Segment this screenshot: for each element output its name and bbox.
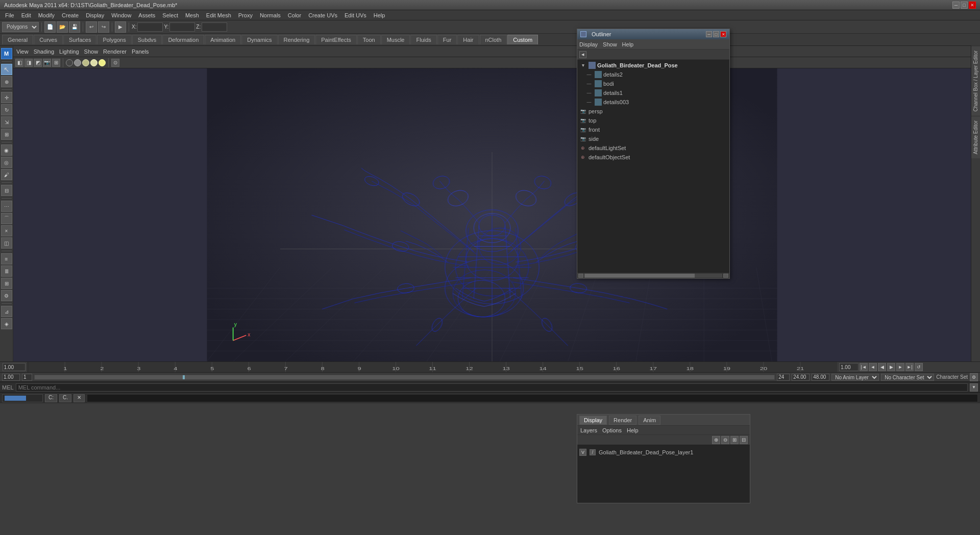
select-tool-btn[interactable]: ↖: [1, 64, 12, 75]
mel-input[interactable]: [16, 383, 968, 392]
root-expand-icon[interactable]: ▾: [579, 62, 586, 69]
current-frame-input[interactable]: [3, 363, 26, 371]
timeline-scrubber[interactable]: [34, 375, 775, 380]
vp-menu-view[interactable]: View: [16, 48, 29, 55]
outliner-item-defaultlightset[interactable]: ⊕ defaultLightSet: [577, 143, 729, 153]
shading-ball-5[interactable]: [99, 59, 106, 66]
attribute-editor-tab[interactable]: Attribute Editor: [971, 116, 980, 158]
tool-settings-btn[interactable]: ⚙: [1, 290, 12, 301]
render-btn[interactable]: ▶: [115, 21, 126, 33]
play-fwd-btn[interactable]: ▶: [887, 363, 895, 371]
menu-edit-uvs[interactable]: Edit UVs: [341, 12, 370, 19]
layer-menu-help[interactable]: Help: [627, 427, 639, 433]
status-btn-1[interactable]: C:: [45, 394, 57, 402]
close-button[interactable]: ✕: [969, 2, 976, 9]
maya-logo-btn[interactable]: M: [1, 48, 12, 59]
scale-tool-btn[interactable]: ⇲: [1, 116, 12, 128]
maximize-button[interactable]: □: [961, 2, 968, 9]
outliner-maximize-btn[interactable]: □: [713, 31, 719, 37]
layer-tab-render[interactable]: Render: [609, 416, 636, 425]
outliner-item-persp[interactable]: 📷 persp: [577, 107, 729, 116]
range-start-2[interactable]: [22, 374, 32, 381]
new-scene-btn[interactable]: 📄: [44, 21, 56, 33]
snap-point-btn[interactable]: ×: [1, 225, 12, 236]
tab-general[interactable]: General: [2, 35, 33, 44]
tab-curves[interactable]: Curves: [34, 35, 63, 44]
tab-hair[interactable]: Hair: [457, 35, 479, 44]
vp-menu-show[interactable]: Show: [84, 48, 99, 55]
outliner-item-defaultobjectset[interactable]: ⊕ defaultObjectSet: [577, 153, 729, 162]
go-end-btn[interactable]: ►|: [905, 363, 914, 371]
move-tool-btn[interactable]: ✛: [1, 92, 12, 103]
menu-edit-mesh[interactable]: Edit Mesh: [203, 12, 234, 19]
menu-mesh[interactable]: Mesh: [182, 12, 202, 19]
outliner-item-side[interactable]: 📷 side: [577, 134, 729, 143]
menu-create-uvs[interactable]: Create UVs: [305, 12, 340, 19]
outliner-content[interactable]: ▾ Goliath_Birdeater_Dead_Pose — details2…: [577, 60, 729, 272]
vp-menu-renderer[interactable]: Renderer: [103, 48, 127, 55]
shading-ball-2[interactable]: [74, 59, 81, 66]
y-input[interactable]: [169, 22, 195, 32]
vp-tb-3[interactable]: ◩: [34, 59, 42, 67]
shading-ball-4[interactable]: [90, 59, 97, 66]
shading-ball-3[interactable]: [82, 59, 89, 66]
outliner-root-item[interactable]: ▾ Goliath_Birdeater_Dead_Pose: [577, 61, 729, 70]
channel-box-btn[interactable]: ≣: [1, 265, 12, 277]
tab-painteffects[interactable]: PaintEffects: [315, 35, 357, 44]
soft-mod-btn[interactable]: ◉: [1, 144, 12, 156]
menu-assets[interactable]: Assets: [135, 12, 158, 19]
tab-fur[interactable]: Fur: [437, 35, 457, 44]
rotate-tool-btn[interactable]: ↻: [1, 104, 12, 115]
menu-help[interactable]: Help: [371, 12, 388, 19]
layer-tab-anim[interactable]: Anim: [639, 416, 660, 425]
layer-v-btn[interactable]: V: [579, 449, 586, 456]
vp-tb-cam[interactable]: 📷: [43, 59, 51, 67]
tab-toon[interactable]: Toon: [357, 35, 381, 44]
anim-layer-dropdown[interactable]: No Anim Layer: [831, 374, 879, 381]
outliner-item-bodi[interactable]: — bodi: [577, 79, 729, 88]
layer-tb-2[interactable]: ⊖: [721, 436, 729, 444]
layer-line-btn[interactable]: /: [590, 449, 596, 455]
menu-window[interactable]: Window: [108, 12, 134, 19]
vp-menu-panels[interactable]: Panels: [132, 48, 149, 55]
menu-file[interactable]: File: [2, 12, 17, 19]
outliner-minimize-btn[interactable]: ─: [706, 31, 712, 37]
mel-history-btn[interactable]: ▼: [970, 383, 978, 392]
tab-dynamics[interactable]: Dynamics: [241, 35, 277, 44]
range-start-input[interactable]: [2, 374, 20, 381]
menu-proxy[interactable]: Proxy: [235, 12, 256, 19]
show-manip-btn[interactable]: ⊟: [1, 185, 12, 196]
menu-display[interactable]: Display: [83, 12, 107, 19]
tab-rendering[interactable]: Rendering: [278, 35, 315, 44]
x-input[interactable]: [137, 22, 163, 32]
status-btn-3[interactable]: ✕: [74, 394, 85, 402]
loop-btn[interactable]: ↺: [915, 363, 923, 371]
shading-ball-1[interactable]: [66, 59, 73, 66]
scroll-left-btn[interactable]: [578, 274, 583, 278]
vp-isolate-btn[interactable]: ⊙: [111, 59, 119, 67]
snap-grid-btn[interactable]: ⋯: [1, 201, 12, 212]
outliner-menu-help[interactable]: Help: [622, 41, 634, 47]
sculpt-btn[interactable]: ◎: [1, 157, 12, 168]
range-end-frame[interactable]: [777, 374, 790, 381]
open-scene-btn[interactable]: 📂: [57, 21, 68, 33]
layer-menu-layers[interactable]: Layers: [580, 427, 597, 433]
vp-tb-1[interactable]: ◧: [15, 59, 23, 67]
tab-polygons[interactable]: Polygons: [97, 35, 131, 44]
viewport-canvas[interactable]: x y: [13, 68, 971, 361]
tab-animation[interactable]: Animation: [205, 35, 241, 44]
outliner-item-details2[interactable]: — details2: [577, 70, 729, 79]
channel-box-tab[interactable]: Channel Box / Layer Editor: [971, 46, 980, 116]
timeline-settings-btn[interactable]: ⚙: [970, 373, 978, 381]
outliner-item-front[interactable]: 📷 front: [577, 125, 729, 134]
redo-btn[interactable]: ↪: [98, 21, 109, 33]
outliner-close-btn[interactable]: ✕: [720, 31, 726, 37]
menu-edit[interactable]: Edit: [18, 12, 34, 19]
step-fwd-btn[interactable]: ►: [896, 363, 904, 371]
play-back-btn[interactable]: ◀: [878, 363, 886, 371]
z-input[interactable]: [202, 22, 227, 32]
menu-modify[interactable]: Modify: [35, 12, 58, 19]
layer-editor-btn[interactable]: ≡: [1, 253, 12, 264]
layer-menu-options[interactable]: Options: [602, 427, 622, 433]
layer-tb-3[interactable]: ⊞: [730, 436, 739, 444]
